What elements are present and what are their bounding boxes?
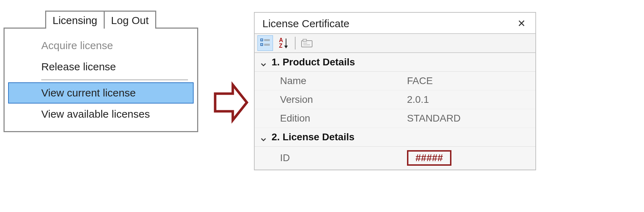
licensing-dropdown: Acquire license Release license View cur… [4,28,198,132]
label-version: Version [280,94,407,105]
tab-licensing[interactable]: Licensing [45,11,105,29]
svg-marker-11 [284,46,288,48]
property-grid: 1. Product Details Name FACE Version 2.0… [255,53,535,170]
row-name: Name FACE [255,72,535,90]
tab-logout[interactable]: Log Out [104,11,156,29]
dialog-titlebar: License Certificate ✕ [255,13,535,33]
svg-text:Z: Z [279,43,282,49]
value-id: ##### [407,150,530,166]
section-title: 1. Product Details [272,57,355,68]
section-license-details[interactable]: 2. License Details [255,128,535,147]
row-id: ID ##### [255,147,535,170]
svg-text:A: A [279,37,283,43]
id-redacted-box: ##### [407,150,451,166]
license-certificate-dialog: License Certificate ✕ + + A Z [254,12,536,170]
row-version: Version 2.0.1 [255,90,535,109]
section-title: 2. License Details [272,131,354,143]
categorized-view-button[interactable]: + + [257,35,273,51]
chevron-down-icon [260,134,267,140]
dialog-title: License Certificate [262,18,350,30]
value-name: FACE [407,75,530,87]
menu-view-current-license[interactable]: View current license [8,82,194,104]
row-edition: Edition STANDARD [255,109,535,128]
svg-rect-13 [303,39,306,41]
menu-view-available-licenses[interactable]: View available licenses [5,104,197,125]
property-pages-button[interactable] [299,35,315,51]
toolbar-separator [295,37,296,49]
property-toolbar: + + A Z [255,33,535,53]
label-edition: Edition [280,113,407,124]
alphabetical-sort-button[interactable]: A Z [276,35,291,51]
section-product-details[interactable]: 1. Product Details [255,53,535,72]
value-version: 2.0.1 [407,94,530,105]
label-id: ID [280,152,407,164]
svg-text:+: + [261,39,262,41]
close-icon[interactable]: ✕ [515,19,528,29]
label-name: Name [280,75,407,87]
chevron-down-icon [260,59,267,65]
menu-separator [41,80,188,80]
menu-acquire-license: Acquire license [5,35,197,56]
svg-text:+: + [261,43,262,46]
value-edition: STANDARD [407,113,530,124]
tab-bar: Licensing Log Out [45,11,198,29]
menu-release-license[interactable]: Release license [5,56,197,77]
licensing-menu: Licensing Log Out Acquire license Releas… [4,11,198,132]
arrow-icon [212,81,250,124]
